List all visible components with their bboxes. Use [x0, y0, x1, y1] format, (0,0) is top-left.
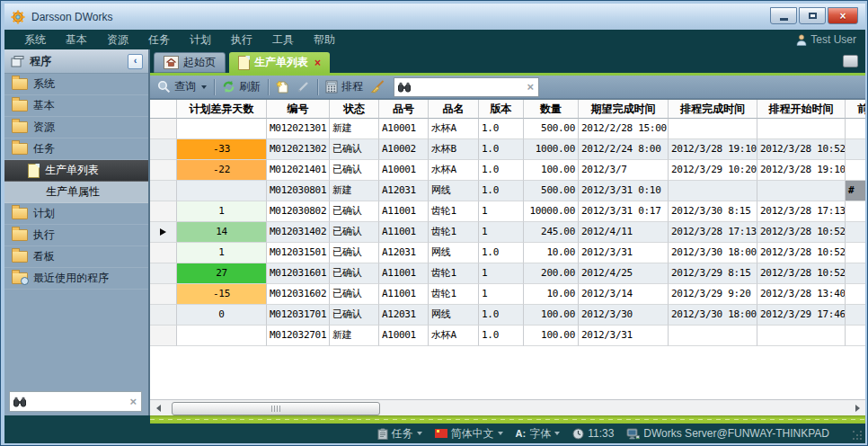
- cell-diff[interactable]: [177, 181, 267, 201]
- sidebar-item-9[interactable]: 最近使用的程序: [4, 268, 148, 290]
- cell-expect[interactable]: 2012/2/24 8:00: [579, 139, 669, 160]
- cell-diff[interactable]: -22: [177, 160, 267, 181]
- cell-schedStart[interactable]: 2012/3/28 19:10: [757, 160, 846, 181]
- cell-schedEnd[interactable]: 2012/3/30 18:00: [669, 243, 757, 263]
- cell-diff[interactable]: 1: [177, 201, 267, 222]
- cell-expect[interactable]: 2012/3/31 0:17: [579, 201, 669, 222]
- sidebar-item-4[interactable]: 生产单列表: [4, 160, 148, 182]
- cell-extra[interactable]: [846, 119, 865, 139]
- grid-header-schedEnd[interactable]: 排程完成时间: [669, 100, 757, 119]
- minimize-button[interactable]: [770, 7, 797, 24]
- language-menu[interactable]: 简体中文: [435, 426, 503, 442]
- server-indicator[interactable]: DWorks Server@FUNWAY-THINKPAD: [626, 427, 829, 440]
- app-gear-icon[interactable]: [10, 9, 26, 25]
- cell-expect[interactable]: 2012/2/28 15:00: [579, 119, 669, 139]
- maximize-button[interactable]: [799, 7, 826, 24]
- cell-diff[interactable]: 0: [177, 305, 267, 326]
- cell-extra[interactable]: [846, 284, 865, 305]
- cell-schedStart[interactable]: 2012/3/28 10:52: [757, 139, 846, 160]
- cell-status[interactable]: 已确认: [330, 222, 379, 243]
- cell-pn[interactable]: A11001: [379, 201, 429, 222]
- cell-pname[interactable]: 齿轮1: [429, 284, 479, 305]
- cell-rowhdr[interactable]: [150, 263, 177, 284]
- cell-qty[interactable]: 200.00: [524, 263, 579, 284]
- cell-diff[interactable]: -33: [177, 139, 267, 160]
- refresh-button[interactable]: 刷新: [218, 77, 264, 97]
- cell-status[interactable]: 已确认: [330, 305, 379, 326]
- cell-code[interactable]: M012021401: [267, 160, 330, 181]
- schedule-button[interactable]: 排程: [322, 77, 367, 97]
- horizontal-scrollbar[interactable]: [150, 399, 865, 415]
- cell-expect[interactable]: 2012/3/31: [579, 326, 669, 346]
- menu-item-6[interactable]: 工具: [272, 32, 294, 48]
- cell-code[interactable]: M012021301: [267, 119, 330, 139]
- cell-pname[interactable]: 网线: [429, 243, 479, 263]
- cell-qty[interactable]: 245.00: [524, 222, 579, 243]
- collapse-sidebar-button[interactable]: ‹: [128, 54, 143, 69]
- cell-schedStart[interactable]: 2012/3/28 10:52: [757, 243, 846, 263]
- cell-qty[interactable]: 10000.00: [524, 201, 579, 222]
- cell-schedEnd[interactable]: [669, 326, 757, 346]
- cell-expect[interactable]: 2012/4/25: [579, 263, 669, 284]
- cell-pn[interactable]: A12031: [379, 305, 429, 326]
- cell-extra[interactable]: [846, 222, 865, 243]
- table-row[interactable]: M012032701新建A10001水杯A1.0100.002012/3/31: [150, 326, 865, 346]
- cell-pname[interactable]: 齿轮1: [429, 222, 479, 243]
- cell-expect[interactable]: 2012/3/14: [579, 284, 669, 305]
- cell-status[interactable]: 已确认: [330, 139, 379, 160]
- clear-search-icon[interactable]: ×: [129, 395, 137, 408]
- grid-header-code[interactable]: 编号: [267, 100, 330, 119]
- cell-code[interactable]: M012032701: [267, 326, 330, 346]
- cell-pname[interactable]: 网线: [429, 181, 479, 201]
- sidebar-item-2[interactable]: 资源: [4, 117, 148, 138]
- sidebar-search-input[interactable]: [30, 394, 125, 410]
- cell-schedStart[interactable]: [757, 181, 846, 201]
- scroll-right-button[interactable]: [849, 401, 865, 415]
- cell-schedStart[interactable]: 2012/3/29 17:46: [757, 305, 846, 326]
- menu-item-0[interactable]: 系统: [24, 32, 46, 48]
- cell-extra[interactable]: [846, 201, 865, 222]
- grid-header-expect[interactable]: 期望完成时间: [579, 100, 669, 119]
- cell-qty[interactable]: 500.00: [524, 181, 579, 201]
- cell-ver[interactable]: 1.0: [479, 305, 524, 326]
- cell-expect[interactable]: 2012/3/30: [579, 305, 669, 326]
- grid-header-pn[interactable]: 品号: [379, 100, 429, 119]
- cell-expect[interactable]: 2012/3/31 0:10: [579, 181, 669, 201]
- cell-rowhdr[interactable]: [150, 119, 177, 139]
- grid-header-pname[interactable]: 品名: [429, 100, 479, 119]
- cell-schedEnd[interactable]: 2012/3/28 17:13: [669, 222, 757, 243]
- cell-qty[interactable]: 100.00: [524, 305, 579, 326]
- cell-code[interactable]: M012031701: [267, 305, 330, 326]
- menu-item-3[interactable]: 任务: [148, 32, 170, 48]
- cell-rowhdr[interactable]: [150, 181, 177, 201]
- grid-header-diff[interactable]: 计划差异天数: [177, 100, 267, 119]
- cell-code[interactable]: M012030801: [267, 181, 330, 201]
- table-row[interactable]: -15M012031602已确认A11001齿轮1110.002012/3/14…: [150, 284, 865, 305]
- cell-extra[interactable]: [846, 243, 865, 263]
- table-row[interactable]: 0M012031701已确认A12031网线1.0100.002012/3/30…: [150, 305, 865, 326]
- cell-diff[interactable]: 27: [177, 263, 267, 284]
- table-row[interactable]: -33M012021302已确认A10002水杯B1.01000.002012/…: [150, 139, 865, 160]
- cell-qty[interactable]: 1000.00: [524, 139, 579, 160]
- grid-header-status[interactable]: 状态: [330, 100, 379, 119]
- cell-diff[interactable]: [177, 326, 267, 346]
- menu-item-1[interactable]: 基本: [66, 32, 87, 48]
- cell-schedEnd[interactable]: 2012/3/30 8:15: [669, 201, 757, 222]
- clean-button[interactable]: [367, 77, 388, 97]
- menu-item-2[interactable]: 资源: [107, 32, 128, 48]
- cell-extra[interactable]: #: [846, 181, 865, 201]
- cell-status[interactable]: 新建: [330, 181, 379, 201]
- edit-button[interactable]: [293, 77, 314, 97]
- cell-rowhdr[interactable]: [150, 201, 177, 222]
- grid-header-extra[interactable]: 前: [846, 100, 865, 119]
- cell-qty[interactable]: 100.00: [524, 160, 579, 181]
- toolbar-search-input[interactable]: [414, 79, 522, 95]
- cell-pname[interactable]: 水杯A: [429, 326, 479, 346]
- cell-pname[interactable]: 网线: [429, 305, 479, 326]
- cell-pname[interactable]: 水杯B: [429, 139, 479, 160]
- cell-code[interactable]: M012031602: [267, 284, 330, 305]
- cell-ver[interactable]: 1: [479, 201, 524, 222]
- cell-schedEnd[interactable]: 2012/3/29 10:20: [669, 160, 757, 181]
- new-button[interactable]: [272, 77, 293, 97]
- cell-pname[interactable]: 水杯A: [429, 119, 479, 139]
